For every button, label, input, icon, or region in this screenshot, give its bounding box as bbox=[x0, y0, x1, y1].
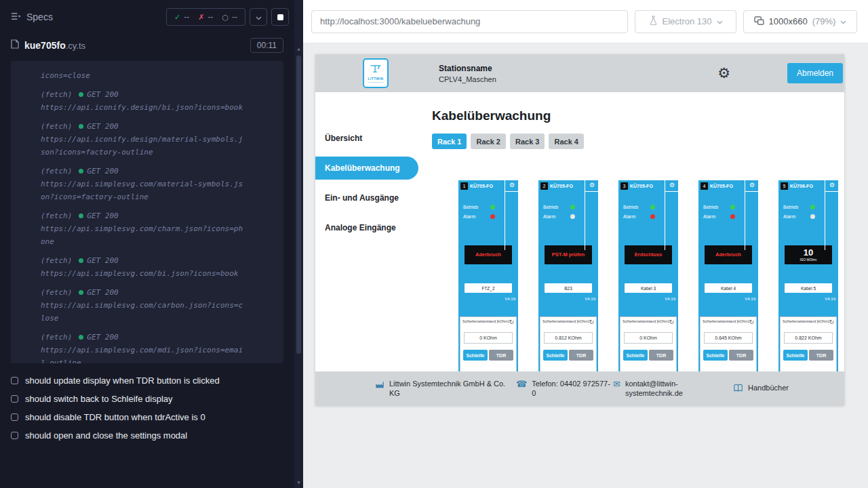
log-entry[interactable]: (fetch)GET 200 https://api.simplesvg.com… bbox=[41, 286, 273, 325]
settings-gear-icon[interactable]: ⚙ bbox=[717, 66, 730, 81]
schleife-button[interactable]: Schleife bbox=[703, 350, 728, 361]
specs-menu-button[interactable]: Specs bbox=[11, 12, 53, 22]
log-entry[interactable]: (fetch)GET 200 https://api.iconify.desig… bbox=[41, 120, 273, 159]
refresh-icon[interactable]: ↻ bbox=[669, 319, 674, 325]
resistance-panel: Schleifenwiderstand [kOhm] ↻ 0 KOhm Schl… bbox=[460, 317, 517, 378]
cable-name-field[interactable]: FTZ_2 bbox=[465, 283, 512, 293]
resistance-label: Schleifenwiderstand [kOhm] bbox=[462, 319, 509, 323]
stop-button[interactable] bbox=[271, 8, 289, 26]
device-cards: 1 KÜ705-FO ⚙ Betrieb Alarm Aderbruch bbox=[458, 180, 844, 378]
status-text: Aderbruch bbox=[475, 252, 501, 258]
card-settings-icon[interactable]: ⚙ bbox=[749, 182, 755, 188]
reporter-header: Specs ✓-- ✗-- ○-- bbox=[0, 0, 294, 33]
log-entry[interactable]: (fetch)GET 200 https://api.simplesvg.com… bbox=[41, 165, 273, 203]
success-dot-icon bbox=[79, 258, 83, 263]
success-dot-icon bbox=[79, 124, 83, 129]
cable-name-field[interactable]: Kabel 3 bbox=[625, 283, 672, 293]
test-box-icon bbox=[11, 377, 18, 384]
resistance-value: 0 KOhm bbox=[624, 332, 673, 344]
refresh-icon[interactable]: ↻ bbox=[829, 319, 834, 325]
reporter-scrollbar[interactable]: ▲ ▼ bbox=[294, 0, 303, 488]
cable-name-field[interactable]: Kabel 5 bbox=[785, 283, 832, 293]
spec-name: kue705fo bbox=[24, 40, 66, 51]
chevron-down-icon bbox=[256, 12, 262, 22]
firmware-version: V4.19 bbox=[458, 297, 518, 301]
log-entry[interactable]: (fetch)GET 200 https://api.simplesvg.com… bbox=[41, 209, 273, 248]
tdr-button[interactable]: TDR bbox=[729, 350, 753, 361]
refresh-icon[interactable]: ↻ bbox=[509, 319, 514, 325]
browser-select[interactable]: Electron 130 bbox=[635, 10, 736, 33]
schleife-button[interactable]: Schleife bbox=[623, 350, 648, 361]
card-settings-icon[interactable]: ⚙ bbox=[829, 182, 835, 188]
sidebar-item-ein-und-ausgaenge[interactable]: Ein- und Ausgänge bbox=[315, 183, 418, 213]
status-text: Erdschluss bbox=[635, 252, 662, 258]
crane-icon bbox=[369, 64, 382, 76]
scrollbar-thumb[interactable] bbox=[296, 56, 301, 354]
cable-name-field[interactable]: B23 bbox=[545, 283, 592, 293]
log-entry[interactable]: (fetch)GET 200 https://api.simplesvg.com… bbox=[41, 254, 273, 280]
tdr-button[interactable]: TDR bbox=[649, 350, 673, 361]
spec-file-icon bbox=[11, 39, 19, 52]
sidebar-item-kabelueberwachung[interactable]: Kabelüberwachung bbox=[315, 157, 418, 180]
betrieb-led bbox=[810, 205, 815, 209]
app-main: Kabelüberwachung Rack 1 Rack 2 Rack 3 Ra… bbox=[418, 92, 844, 405]
betrieb-label: Betrieb bbox=[543, 205, 558, 209]
scroll-up-icon[interactable]: ▲ bbox=[294, 46, 303, 51]
iso-unit: ISO MOhm bbox=[800, 258, 816, 262]
refresh-icon[interactable]: ↻ bbox=[589, 319, 594, 325]
footer-email[interactable]: ✉ kontakt@littwin-systemtechnik.de bbox=[613, 379, 734, 398]
cable-name-field[interactable]: Kabel 4 bbox=[705, 283, 752, 293]
alarm-led bbox=[730, 214, 735, 219]
test-item[interactable]: should switch back to Schleife display bbox=[0, 390, 294, 408]
tab-rack-1[interactable]: Rack 1 bbox=[432, 134, 467, 149]
log-entry[interactable]: (fetch)GET 200 https://api.simplesvg.com… bbox=[41, 331, 273, 363]
tdr-button[interactable]: TDR bbox=[809, 350, 833, 361]
aut-stage: LITTWIN SYSTEMTECHNIK Stationsname CPLV4… bbox=[303, 43, 868, 488]
test-item[interactable]: should update display when TDR button is… bbox=[0, 371, 294, 390]
card-model: KÜ706-FO bbox=[790, 184, 813, 188]
book-icon bbox=[734, 384, 743, 394]
spec-file-row[interactable]: kue705fo.cy.ts 00:11 bbox=[0, 33, 294, 61]
rack-tabs: Rack 1 Rack 2 Rack 3 Rack 4 bbox=[432, 134, 844, 149]
scroll-down-icon[interactable]: ▼ bbox=[294, 480, 303, 485]
log-entry[interactable]: icons=close bbox=[41, 69, 273, 82]
success-dot-icon bbox=[79, 290, 83, 295]
email-icon: ✉ bbox=[613, 380, 620, 388]
schleife-button[interactable]: Schleife bbox=[543, 350, 568, 361]
card-model: KÜ705-FO bbox=[550, 184, 573, 188]
tab-rack-2[interactable]: Rack 2 bbox=[471, 134, 505, 149]
footer-manuals[interactable]: Handbücher bbox=[734, 383, 789, 394]
status-text: Aderbruch bbox=[715, 252, 741, 258]
collapse-button[interactable] bbox=[250, 8, 267, 26]
stop-icon bbox=[277, 14, 283, 20]
status-text: PST-M prüfen bbox=[552, 252, 585, 258]
firmware-version: V4.19 bbox=[618, 297, 678, 301]
test-item[interactable]: should disable TDR button when tdrActive… bbox=[0, 408, 294, 426]
card-settings-icon[interactable]: ⚙ bbox=[669, 182, 675, 188]
stat-passed: ✓-- bbox=[174, 12, 189, 22]
tdr-button[interactable]: TDR bbox=[489, 350, 513, 361]
betrieb-led bbox=[730, 205, 735, 209]
logout-button[interactable]: Abmelden bbox=[787, 63, 843, 83]
refresh-icon[interactable]: ↻ bbox=[749, 319, 754, 325]
card-settings-icon[interactable]: ⚙ bbox=[589, 182, 595, 188]
log-entry[interactable]: (fetch)GET 200 https://api.iconify.desig… bbox=[41, 88, 273, 114]
resistance-label: Schleifenwiderstand [kOhm] bbox=[623, 319, 669, 323]
schleife-button[interactable]: Schleife bbox=[463, 350, 488, 361]
viewport-select[interactable]: 1000x660 (79%) bbox=[743, 10, 857, 33]
page-title: Kabelüberwachung bbox=[432, 108, 844, 123]
test-item[interactable]: should open and close the settings modal bbox=[0, 426, 294, 445]
sidebar-item-uebersicht[interactable]: Übersicht bbox=[315, 123, 418, 153]
tab-rack-3[interactable]: Rack 3 bbox=[510, 134, 545, 149]
schleife-button[interactable]: Schleife bbox=[783, 350, 808, 361]
spec-extension: .cy.ts bbox=[66, 41, 85, 51]
chevron-down-icon bbox=[840, 16, 846, 26]
tdr-button[interactable]: TDR bbox=[569, 350, 593, 361]
card-settings-icon[interactable]: ⚙ bbox=[509, 182, 515, 188]
url-input[interactable]: http://localhost:3000/kabelueberwachung bbox=[311, 10, 628, 33]
app-footer: Littwin Systemtechnik GmbH & Co. KG ☎ Te… bbox=[315, 371, 844, 405]
sidebar-item-analoge-eingaenge[interactable]: Analoge Eingänge bbox=[315, 213, 418, 243]
tab-rack-4[interactable]: Rack 4 bbox=[549, 134, 583, 149]
stat-failed: ✗-- bbox=[198, 12, 213, 22]
phone-icon: ☎ bbox=[516, 380, 527, 388]
